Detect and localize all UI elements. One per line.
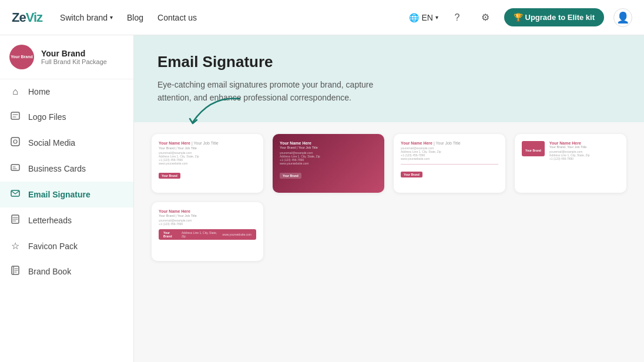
brand-name: Your Brand [41, 49, 107, 58]
email-signature-card-5[interactable]: Your Name Here Your Brand | Your Job Tit… [152, 202, 263, 261]
sidebar-item-email-signature[interactable]: Email Signature [0, 182, 133, 207]
email-signature-card-2[interactable]: Your Name Here Your Brand | Your Job Tit… [273, 134, 384, 193]
logo[interactable]: ZeViz [12, 10, 42, 25]
blog-nav[interactable]: Blog [127, 13, 143, 22]
switch-brand-nav[interactable]: Switch brand ▾ [60, 13, 113, 22]
email-signature-card-4[interactable]: Your Brand Your Name Here Your Brand, Yo… [515, 134, 626, 193]
main-layout: Your Brand Your Brand Full Brand Kit Pac… [0, 35, 644, 362]
contact-nav[interactable]: Contact us [157, 13, 197, 22]
sidebar-item-letterheads[interactable]: Letterheads [0, 207, 133, 233]
email-signature-card-3[interactable]: Your Name Here | Your Job Title youremai… [394, 134, 505, 193]
language-selector[interactable]: 🌐 EN ▾ [409, 13, 438, 22]
sidebar-item-email-signature-label: Email Signature [28, 190, 90, 199]
home-icon: ⌂ [9, 86, 21, 97]
sidebar-item-brand-book[interactable]: Brand Book [0, 259, 133, 284]
sidebar-item-brand-book-label: Brand Book [28, 267, 71, 276]
empty-card-slot-3 [515, 202, 626, 261]
business-cards-icon [9, 163, 21, 175]
svg-point-2 [14, 140, 17, 143]
logo-icon [9, 111, 21, 123]
sidebar-item-social-media[interactable]: Social Media [0, 130, 133, 156]
sidebar-item-home[interactable]: ⌂ Home [0, 79, 133, 104]
favicon-icon: ☆ [9, 240, 21, 252]
sidebar-item-favicon-pack-label: Favicon Pack [28, 242, 78, 251]
svg-rect-0 [11, 112, 19, 119]
sidebar: Your Brand Your Brand Full Brand Kit Pac… [0, 35, 134, 362]
empty-card-slot-2 [394, 202, 505, 261]
hero-description: Eye-catching email signatures promote yo… [157, 78, 381, 105]
sidebar-item-social-media-label: Social Media [28, 138, 75, 148]
sidebar-item-home-label: Home [28, 87, 50, 96]
header: ZeViz Switch brand ▾ Blog Contact us 🌐 E… [0, 0, 644, 35]
cards-section: Your Name Here | Your Job Title Your Bra… [134, 122, 644, 267]
sidebar-item-favicon-pack[interactable]: ☆ Favicon Pack [0, 233, 133, 259]
help-button[interactable]: ? [448, 8, 467, 27]
upgrade-button[interactable]: 🏆 Upgrade to Elite kit [504, 8, 604, 26]
sidebar-item-business-cards-label: Business Cards [28, 164, 86, 173]
brand-avatar: Your Brand [9, 45, 34, 69]
sidebar-item-logo-files[interactable]: Logo Files [0, 104, 133, 130]
brand-header: Your Brand Your Brand Full Brand Kit Pac… [0, 35, 133, 79]
sidebar-item-logo-files-label: Logo Files [28, 112, 66, 122]
sidebar-item-letterheads-label: Letterheads [28, 216, 72, 225]
brand-package: Full Brand Kit Package [41, 58, 107, 65]
email-signature-card-1[interactable]: Your Name Here | Your Job Title Your Bra… [152, 134, 263, 193]
user-profile-button[interactable]: 👤 [613, 8, 632, 27]
sidebar-item-business-cards[interactable]: Business Cards [0, 156, 133, 182]
letterheads-icon [9, 214, 21, 226]
svg-rect-1 [11, 138, 19, 146]
hero-title: Email Signature [157, 53, 620, 71]
email-icon [9, 189, 21, 200]
cards-grid-row2: Your Name Here Your Brand | Your Job Tit… [152, 202, 626, 261]
header-right: 🌐 EN ▾ ? ⚙ 🏆 Upgrade to Elite kit 👤 [409, 8, 632, 27]
settings-button[interactable]: ⚙ [476, 8, 495, 27]
hero-banner: Email Signature Eye-catching email signa… [134, 35, 644, 122]
social-media-icon [9, 137, 21, 149]
brand-book-icon [9, 266, 21, 277]
cards-grid-row1: Your Name Here | Your Job Title Your Bra… [152, 134, 626, 193]
svg-rect-3 [11, 165, 19, 170]
sidebar-nav: ⌂ Home Logo Files Social Media Business [0, 79, 133, 284]
empty-card-slot-1 [273, 202, 384, 261]
main-content: Email Signature Eye-catching email signa… [134, 35, 644, 362]
